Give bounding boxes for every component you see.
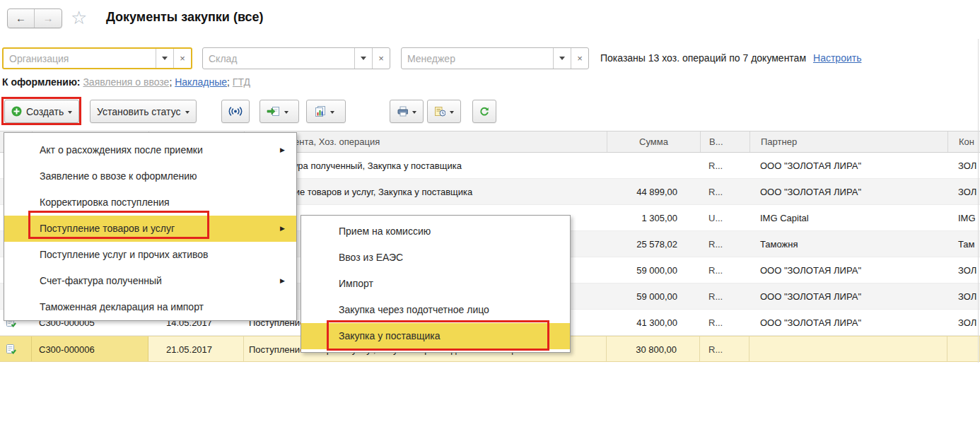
menu-item-label: Корректировка поступления	[40, 197, 170, 208]
submenu-item-eaeu-import[interactable]: Ввоз из ЕАЭС	[301, 245, 570, 271]
document-partner: ООО "ЗОЛОТАЯ ЛИРА"	[749, 310, 947, 335]
chevron-down-icon	[361, 57, 366, 60]
document-sum: 25 578,02	[607, 231, 700, 257]
document-status-cell	[0, 337, 32, 361]
scheduled-docs-button[interactable]	[427, 100, 461, 123]
separator: ;	[169, 76, 172, 88]
menu-item-receipt-correction[interactable]: Корректировка поступления	[4, 189, 296, 216]
broadcast-icon	[228, 106, 243, 117]
document-sum: 44 899,00	[607, 179, 700, 204]
create-button[interactable]: Создать	[4, 100, 79, 123]
manager-dropdown-button[interactable]	[553, 48, 571, 69]
page-title: Документы закупки (все)	[106, 10, 264, 25]
chevron-down-icon	[162, 57, 168, 60]
document-contractor: ЗОЛ	[947, 179, 980, 204]
document-contractor: ЗОЛ	[947, 153, 980, 178]
warehouse-filter-input[interactable]	[203, 48, 354, 69]
document-sum: 59 000,00	[607, 257, 700, 283]
document-partner: IMG Capital	[749, 205, 947, 230]
menu-item-label: Счет-фактура полученный	[40, 275, 162, 286]
menu-item-label: Поступление услуг и прочих активов	[40, 249, 209, 260]
broadcast-events-button[interactable]	[221, 100, 250, 123]
menu-item-invoice-received[interactable]: Счет-фактура полученный ▶	[4, 268, 296, 294]
configure-link[interactable]: Настроить	[813, 52, 861, 64]
document-currency: U...	[700, 205, 749, 230]
create-based-on-icon	[267, 106, 280, 117]
warehouse-dropdown-button[interactable]	[354, 48, 372, 69]
submenu-arrow-icon: ▶	[280, 137, 285, 163]
column-header-contractor[interactable]: Кон	[947, 131, 980, 152]
column-header-sum[interactable]: Сумма	[607, 131, 700, 152]
separator: ;	[227, 76, 230, 88]
create-submenu: Прием на комиссию Ввоз из ЕАЭС Импорт За…	[301, 215, 571, 353]
document-type: Поступление товаров и услуг, Закупка у п…	[244, 179, 607, 204]
menu-item-services-other-assets[interactable]: Поступление услуг и прочих активов	[4, 242, 296, 268]
to-register-bar: К оформлению: Заявления о ввозе; Накладн…	[2, 76, 250, 88]
gtd-link[interactable]: ГТД	[233, 76, 250, 88]
create-button-label: Создать	[26, 106, 64, 117]
document-partner: ООО "ЗОЛОТАЯ ЛИРА"	[749, 179, 947, 204]
column-header-partner[interactable]: Партнер	[749, 131, 947, 152]
manager-filter-input[interactable]	[402, 48, 553, 69]
document-type: Счет-фактура полученный, Закупка у поста…	[244, 153, 607, 178]
document-date: 21.05.2017	[148, 337, 244, 361]
summary-text: Показаны 13 хоз. операций по 7 документа…	[600, 52, 806, 64]
submenu-item-accountable-person[interactable]: Закупка через подотчетное лицо	[301, 297, 570, 323]
column-header-currency[interactable]: В...	[700, 131, 749, 152]
menu-item-label: Закупка через подотчетное лицо	[339, 304, 489, 315]
document-partner: ООО "ЗОЛОТАЯ ЛИРА"	[749, 283, 947, 309]
plus-icon	[11, 106, 22, 117]
back-arrow-icon: ←	[16, 12, 26, 24]
refresh-button[interactable]	[472, 100, 496, 123]
chevron-down-icon	[330, 111, 334, 114]
waybills-link[interactable]: Накладные	[175, 76, 227, 88]
favorite-star-icon[interactable]: ☆	[71, 7, 87, 29]
organization-filter-input[interactable]	[4, 49, 156, 68]
organization-filter: ×	[2, 47, 192, 69]
column-header-doc-type[interactable]: Вид документа, Хоз. операция	[244, 131, 607, 152]
document-sum	[607, 153, 700, 178]
create-based-on-button[interactable]	[259, 100, 299, 123]
back-button[interactable]: ←	[8, 9, 35, 28]
submenu-item-commission[interactable]: Прием на комиссию	[301, 218, 570, 245]
document-contractor: ЗОЛ	[947, 283, 980, 309]
document-currency: R...	[700, 231, 749, 257]
chevron-down-icon	[450, 111, 454, 114]
organization-dropdown-button[interactable]	[156, 49, 173, 68]
warehouse-filter: ×	[202, 47, 390, 69]
menu-item-entry-statement[interactable]: Заявление о ввозе к оформлению	[4, 163, 296, 189]
warehouse-clear-button[interactable]: ×	[372, 48, 390, 69]
submenu-item-supplier-purchase[interactable]: Закупка у поставщика	[301, 323, 570, 349]
manager-clear-button[interactable]: ×	[571, 48, 588, 69]
chevron-down-icon	[412, 111, 416, 114]
document-sum: 30 800,00	[607, 337, 700, 361]
document-contractor	[947, 337, 980, 361]
entry-statements-link[interactable]: Заявления о ввозе	[83, 76, 169, 88]
organization-clear-button[interactable]: ×	[173, 49, 191, 68]
menu-item-customs-declaration[interactable]: Таможенная декларация на импорт	[4, 294, 296, 320]
print-button[interactable]	[390, 100, 424, 123]
menu-item-label: Закупка у поставщика	[339, 330, 441, 341]
document-sum: 41 300,00	[607, 310, 700, 335]
menu-item-label: Поступление товаров и услуг	[40, 223, 175, 234]
to-register-label: К оформлению:	[2, 76, 81, 88]
menu-item-label: Акт о расхождениях после приемки	[40, 144, 203, 156]
forward-button[interactable]: →	[35, 9, 62, 28]
menu-item-goods-services-receipt[interactable]: Поступление товаров и услуг ▶	[4, 216, 296, 242]
document-currency: R...	[700, 283, 749, 309]
set-status-label: Установить статус	[97, 106, 181, 117]
menu-item-label: Заявление о ввозе к оформлению	[40, 170, 197, 182]
set-status-button[interactable]: Установить статус	[90, 100, 197, 123]
document-clock-icon	[434, 106, 445, 117]
refresh-icon	[479, 106, 489, 117]
history-nav: ← →	[7, 8, 62, 28]
submenu-item-import[interactable]: Импорт	[301, 271, 570, 297]
document-sum: 1 305,00	[607, 205, 700, 230]
chevron-down-icon	[68, 111, 72, 114]
printer-icon	[397, 106, 408, 117]
reports-button[interactable]	[306, 100, 346, 123]
document-contractor: ЗОЛ	[947, 310, 980, 335]
menu-item-discrepancy-act[interactable]: Акт о расхождениях после приемки ▶	[4, 137, 296, 163]
document-partner: Таможня	[749, 231, 947, 257]
chevron-down-icon	[185, 111, 189, 114]
